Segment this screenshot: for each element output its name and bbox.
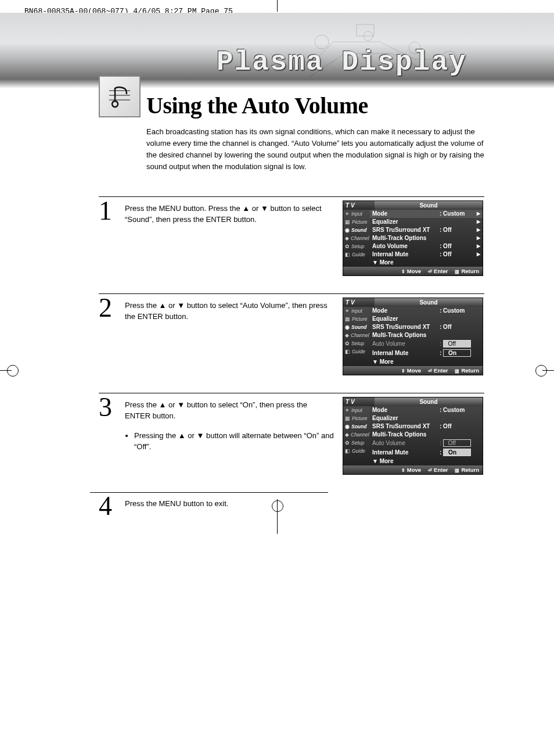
step-text: Press the MENU button. Press the ▲ or ▼ … bbox=[125, 200, 334, 225]
osd-screenshot-1: T VSound ✶Input ▦Picture ◉Sound ◆Channel… bbox=[343, 200, 483, 276]
step-4: 4 Press the MENU button to exit. bbox=[99, 492, 484, 517]
step-number: 1 bbox=[99, 200, 116, 222]
step-text: Press the MENU button to exit. bbox=[125, 496, 334, 510]
hero-band: Plasma Display bbox=[0, 13, 554, 88]
osd-screenshot-2: T VSound ✶Input ▦Picture ◉Sound ◆Channel… bbox=[343, 298, 483, 375]
step-number: 4 bbox=[99, 496, 116, 517]
intro-text: Each broadcasting station has its own si… bbox=[146, 126, 484, 173]
svg-rect-4 bbox=[357, 24, 374, 36]
step-text: Press the ▲ or ▼ button to select “On”, … bbox=[125, 397, 334, 453]
step-1: 1 Press the MENU button. Press the ▲ or … bbox=[99, 196, 484, 276]
band-title: Plasma Display bbox=[217, 46, 467, 78]
crop-line bbox=[277, 0, 278, 12]
step-number: 3 bbox=[99, 397, 116, 418]
osd-screenshot-3: T VSound ✶Input ▦Picture ◉Sound ◆Channel… bbox=[343, 397, 483, 475]
step-number: 2 bbox=[99, 298, 116, 319]
step-3: 3 Press the ▲ or ▼ button to select “On”… bbox=[99, 393, 484, 475]
step-text: Press the ▲ or ▼ button to select “Auto … bbox=[125, 298, 334, 323]
step-2: 2 Press the ▲ or ▼ button to select “Aut… bbox=[99, 293, 484, 375]
page-title: Using the Auto Volume bbox=[146, 92, 484, 119]
